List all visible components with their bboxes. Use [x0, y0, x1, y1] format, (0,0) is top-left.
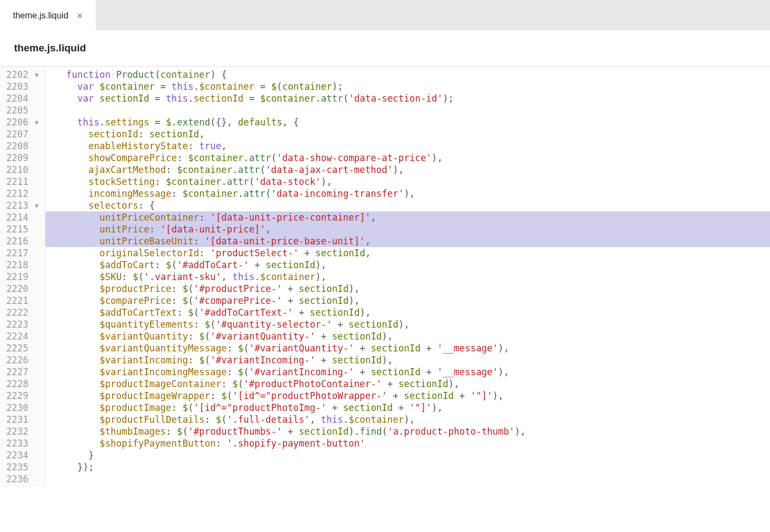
- line-number: 2222: [0, 307, 45, 318]
- code-line[interactable]: $thumbImages: $('#productThumbs-' + sect…: [45, 425, 770, 437]
- tab-theme-js-liquid[interactable]: theme.js.liquid ×: [0, 0, 96, 30]
- line-number: 2227: [0, 366, 45, 378]
- line-number: 2209: [0, 152, 45, 164]
- line-number: 2211: [0, 176, 45, 188]
- code-line[interactable]: incomingMessage: $container.attr('data-i…: [45, 188, 770, 200]
- code-line[interactable]: });: [45, 461, 770, 473]
- line-number: 2233: [0, 437, 45, 449]
- filename-header: theme.js.liquid: [0, 30, 770, 66]
- code-line[interactable]: $addToCart: $('#addToCart-' + sectionId)…: [45, 259, 770, 271]
- line-number: 2220: [0, 283, 45, 295]
- code-line[interactable]: $variantQuantity: $('#variantQuantity-' …: [45, 330, 770, 342]
- line-number: 2202 ▾: [0, 69, 45, 81]
- line-number: 2205: [0, 104, 45, 116]
- line-number: 2232: [0, 425, 45, 437]
- line-number: 2207: [0, 128, 45, 140]
- line-number: 2204: [0, 92, 45, 104]
- code-line[interactable]: $quantityElements: $('#quantity-selector…: [45, 318, 770, 330]
- line-number: 2216: [0, 235, 45, 247]
- code-area[interactable]: function Product(container) { var $conta…: [45, 66, 770, 487]
- code-line[interactable]: $productImageContainer: $('#productPhoto…: [45, 378, 770, 390]
- line-number: 2230: [0, 402, 45, 414]
- code-line[interactable]: }: [45, 449, 770, 461]
- close-icon[interactable]: ×: [77, 11, 83, 21]
- line-number: 2210: [0, 164, 45, 176]
- code-line[interactable]: $addToCartText: $('#addToCartText-' + se…: [45, 307, 770, 318]
- line-number: 2223: [0, 318, 45, 330]
- code-line[interactable]: enableHistoryState: true,: [45, 140, 770, 152]
- filename: theme.js.liquid: [14, 42, 86, 54]
- code-line[interactable]: $productPrice: $('#productPrice-' + sect…: [45, 283, 770, 295]
- code-line[interactable]: $variantQuantityMessage: $('#variantQuan…: [45, 342, 770, 354]
- code-line[interactable]: var sectionId = this.sectionId = $contai…: [45, 92, 770, 104]
- code-line[interactable]: $shopifyPaymentButton: '.shopify-payment…: [45, 437, 770, 449]
- code-line[interactable]: $productImage: $('[id^="productPhotoImg-…: [45, 402, 770, 414]
- code-line[interactable]: selectors: {: [45, 200, 770, 211]
- code-line[interactable]: [45, 473, 770, 485]
- tab-bar: theme.js.liquid ×: [0, 0, 770, 30]
- code-line[interactable]: unitPriceBaseUnit: '[data-unit-price-bas…: [45, 235, 770, 247]
- line-number: 2226: [0, 354, 45, 366]
- line-number: 2228: [0, 378, 45, 390]
- code-line[interactable]: stockSetting: $container.attr('data-stoc…: [45, 176, 770, 188]
- line-number: 2213 ▾: [0, 200, 45, 211]
- line-number: 2212: [0, 188, 45, 200]
- code-line[interactable]: showComparePrice: $container.attr('data-…: [45, 152, 770, 164]
- line-number: 2236: [0, 473, 45, 485]
- code-line[interactable]: unitPrice: '[data-unit-price]',: [45, 223, 770, 235]
- code-line[interactable]: function Product(container) {: [45, 69, 770, 81]
- tab-label: theme.js.liquid: [13, 11, 68, 21]
- line-number: 2219: [0, 271, 45, 283]
- line-number: 2231: [0, 414, 45, 425]
- line-number: 2217: [0, 247, 45, 259]
- line-number: 2206 ▾: [0, 116, 45, 128]
- code-line[interactable]: $comparePrice: $('#comparePrice-' + sect…: [45, 295, 770, 307]
- code-line[interactable]: this.settings = $.extend({}, defaults, {: [45, 116, 770, 128]
- line-number: 2234: [0, 449, 45, 461]
- line-number: 2224: [0, 330, 45, 342]
- code-line[interactable]: $variantIncoming: $('#variantIncoming-' …: [45, 354, 770, 366]
- code-line[interactable]: originalSelectorId: 'productSelect-' + s…: [45, 247, 770, 259]
- line-gutter: 2202 ▾2203 2204 2205 2206 ▾2207 2208 220…: [0, 66, 45, 487]
- code-editor[interactable]: 2202 ▾2203 2204 2205 2206 ▾2207 2208 220…: [0, 66, 770, 487]
- line-number: 2225: [0, 342, 45, 354]
- code-line[interactable]: ajaxCartMethod: $container.attr('data-aj…: [45, 164, 770, 176]
- code-line[interactable]: unitPriceContainer: '[data-unit-price-co…: [45, 211, 770, 223]
- line-number: 2235: [0, 461, 45, 473]
- code-line[interactable]: $SKU: $('.variant-sku', this.$container)…: [45, 271, 770, 283]
- line-number: 2215: [0, 223, 45, 235]
- code-line[interactable]: $productImageWrapper: $('[id^="productPh…: [45, 390, 770, 402]
- code-line[interactable]: [45, 104, 770, 116]
- line-number: 2221: [0, 295, 45, 307]
- code-line[interactable]: sectionId: sectionId,: [45, 128, 770, 140]
- line-number: 2203: [0, 81, 45, 92]
- line-number: 2218: [0, 259, 45, 271]
- code-line[interactable]: $variantIncomingMessage: $('#variantInco…: [45, 366, 770, 378]
- line-number: 2208: [0, 140, 45, 152]
- code-line[interactable]: var $container = this.$container = $(con…: [45, 81, 770, 92]
- code-line[interactable]: $productFullDetails: $('.full-details', …: [45, 414, 770, 425]
- line-number: 2214: [0, 211, 45, 223]
- line-number: 2229: [0, 390, 45, 402]
